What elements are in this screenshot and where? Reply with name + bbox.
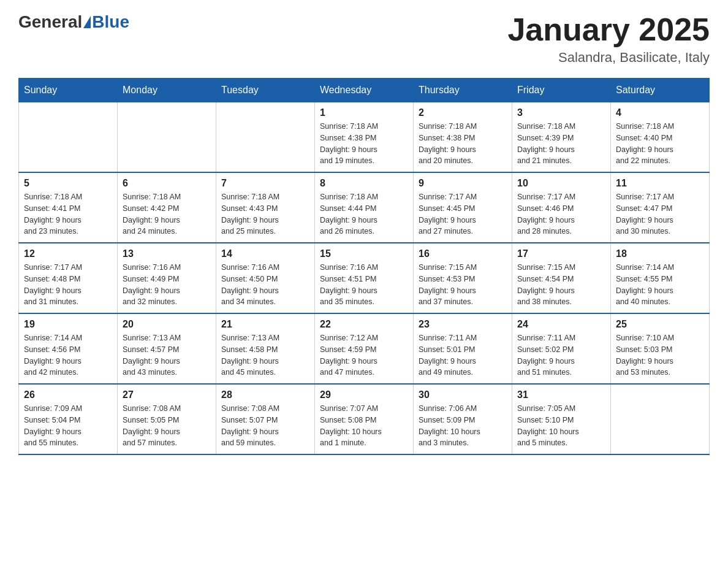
day-info: Sunrise: 7:17 AM Sunset: 4:45 PM Dayligh… xyxy=(419,191,507,237)
day-number: 6 xyxy=(123,178,211,189)
day-info: Sunrise: 7:14 AM Sunset: 4:56 PM Dayligh… xyxy=(24,332,112,378)
calendar-cell xyxy=(118,102,216,173)
day-info: Sunrise: 7:10 AM Sunset: 5:03 PM Dayligh… xyxy=(616,332,704,378)
day-number: 20 xyxy=(123,319,211,330)
day-info: Sunrise: 7:09 AM Sunset: 5:04 PM Dayligh… xyxy=(24,403,112,449)
day-info: Sunrise: 7:13 AM Sunset: 4:57 PM Dayligh… xyxy=(123,332,211,378)
col-saturday: Saturday xyxy=(611,79,710,102)
calendar-cell: 26Sunrise: 7:09 AM Sunset: 5:04 PM Dayli… xyxy=(19,384,118,454)
month-title: January 2025 xyxy=(507,12,710,47)
calendar-cell: 22Sunrise: 7:12 AM Sunset: 4:59 PM Dayli… xyxy=(315,313,414,384)
day-number: 1 xyxy=(320,107,408,118)
col-sunday: Sunday xyxy=(19,79,118,102)
day-number: 17 xyxy=(517,248,605,259)
col-tuesday: Tuesday xyxy=(216,79,315,102)
calendar-cell: 16Sunrise: 7:15 AM Sunset: 4:53 PM Dayli… xyxy=(414,243,512,313)
day-info: Sunrise: 7:07 AM Sunset: 5:08 PM Dayligh… xyxy=(320,403,408,449)
day-info: Sunrise: 7:11 AM Sunset: 5:01 PM Dayligh… xyxy=(419,332,507,378)
day-number: 5 xyxy=(24,178,112,189)
day-info: Sunrise: 7:18 AM Sunset: 4:41 PM Dayligh… xyxy=(24,191,112,237)
calendar-cell: 12Sunrise: 7:17 AM Sunset: 4:48 PM Dayli… xyxy=(19,243,118,313)
day-number: 13 xyxy=(123,248,211,259)
calendar-cell: 24Sunrise: 7:11 AM Sunset: 5:02 PM Dayli… xyxy=(512,313,611,384)
day-info: Sunrise: 7:16 AM Sunset: 4:50 PM Dayligh… xyxy=(221,262,309,308)
calendar-week-row: 12Sunrise: 7:17 AM Sunset: 4:48 PM Dayli… xyxy=(19,243,710,313)
calendar-cell: 5Sunrise: 7:18 AM Sunset: 4:41 PM Daylig… xyxy=(19,172,118,243)
calendar-cell: 18Sunrise: 7:14 AM Sunset: 4:55 PM Dayli… xyxy=(611,243,710,313)
title-section: January 2025 Salandra, Basilicate, Italy xyxy=(507,12,710,66)
col-thursday: Thursday xyxy=(414,79,512,102)
col-wednesday: Wednesday xyxy=(315,79,414,102)
day-number: 15 xyxy=(320,248,408,259)
calendar-cell: 29Sunrise: 7:07 AM Sunset: 5:08 PM Dayli… xyxy=(315,384,414,454)
calendar-cell xyxy=(19,102,118,173)
day-info: Sunrise: 7:18 AM Sunset: 4:44 PM Dayligh… xyxy=(320,191,408,237)
calendar-cell: 14Sunrise: 7:16 AM Sunset: 4:50 PM Dayli… xyxy=(216,243,315,313)
day-info: Sunrise: 7:18 AM Sunset: 4:39 PM Dayligh… xyxy=(517,121,605,167)
page-header: General Blue January 2025 Salandra, Basi… xyxy=(18,12,710,66)
day-number: 31 xyxy=(517,389,605,400)
day-number: 18 xyxy=(616,248,704,259)
calendar-cell: 11Sunrise: 7:17 AM Sunset: 4:47 PM Dayli… xyxy=(611,172,710,243)
calendar-cell: 2Sunrise: 7:18 AM Sunset: 4:38 PM Daylig… xyxy=(414,102,512,173)
calendar-week-row: 26Sunrise: 7:09 AM Sunset: 5:04 PM Dayli… xyxy=(19,384,710,454)
day-info: Sunrise: 7:18 AM Sunset: 4:43 PM Dayligh… xyxy=(221,191,309,237)
location-subtitle: Salandra, Basilicate, Italy xyxy=(507,50,710,66)
day-info: Sunrise: 7:08 AM Sunset: 5:07 PM Dayligh… xyxy=(221,403,309,449)
calendar-cell: 8Sunrise: 7:18 AM Sunset: 4:44 PM Daylig… xyxy=(315,172,414,243)
calendar-cell: 9Sunrise: 7:17 AM Sunset: 4:45 PM Daylig… xyxy=(414,172,512,243)
day-info: Sunrise: 7:16 AM Sunset: 4:51 PM Dayligh… xyxy=(320,262,408,308)
day-info: Sunrise: 7:18 AM Sunset: 4:42 PM Dayligh… xyxy=(123,191,211,237)
day-number: 12 xyxy=(24,248,112,259)
calendar-cell: 25Sunrise: 7:10 AM Sunset: 5:03 PM Dayli… xyxy=(611,313,710,384)
day-info: Sunrise: 7:18 AM Sunset: 4:40 PM Dayligh… xyxy=(616,121,704,167)
calendar-cell: 19Sunrise: 7:14 AM Sunset: 4:56 PM Dayli… xyxy=(19,313,118,384)
day-info: Sunrise: 7:12 AM Sunset: 4:59 PM Dayligh… xyxy=(320,332,408,378)
day-number: 25 xyxy=(616,319,704,330)
logo-triangle-icon xyxy=(83,16,91,28)
day-info: Sunrise: 7:17 AM Sunset: 4:48 PM Dayligh… xyxy=(24,262,112,308)
day-number: 29 xyxy=(320,389,408,400)
day-info: Sunrise: 7:14 AM Sunset: 4:55 PM Dayligh… xyxy=(616,262,704,308)
day-info: Sunrise: 7:16 AM Sunset: 4:49 PM Dayligh… xyxy=(123,262,211,308)
calendar-cell: 6Sunrise: 7:18 AM Sunset: 4:42 PM Daylig… xyxy=(118,172,216,243)
day-number: 24 xyxy=(517,319,605,330)
day-number: 10 xyxy=(517,178,605,189)
calendar-cell: 13Sunrise: 7:16 AM Sunset: 4:49 PM Dayli… xyxy=(118,243,216,313)
calendar-cell: 3Sunrise: 7:18 AM Sunset: 4:39 PM Daylig… xyxy=(512,102,611,173)
day-number: 11 xyxy=(616,178,704,189)
calendar-cell: 4Sunrise: 7:18 AM Sunset: 4:40 PM Daylig… xyxy=(611,102,710,173)
logo-blue-text: Blue xyxy=(92,12,129,32)
day-info: Sunrise: 7:11 AM Sunset: 5:02 PM Dayligh… xyxy=(517,332,605,378)
logo: General Blue xyxy=(18,12,129,32)
calendar-week-row: 19Sunrise: 7:14 AM Sunset: 4:56 PM Dayli… xyxy=(19,313,710,384)
calendar-cell: 1Sunrise: 7:18 AM Sunset: 4:38 PM Daylig… xyxy=(315,102,414,173)
calendar-cell: 20Sunrise: 7:13 AM Sunset: 4:57 PM Dayli… xyxy=(118,313,216,384)
day-number: 14 xyxy=(221,248,309,259)
calendar-body: 1Sunrise: 7:18 AM Sunset: 4:38 PM Daylig… xyxy=(19,102,710,455)
calendar-header-row: Sunday Monday Tuesday Wednesday Thursday… xyxy=(19,79,710,102)
calendar-header: Sunday Monday Tuesday Wednesday Thursday… xyxy=(19,79,710,102)
day-number: 21 xyxy=(221,319,309,330)
day-number: 2 xyxy=(419,107,507,118)
day-number: 30 xyxy=(419,389,507,400)
col-friday: Friday xyxy=(512,79,611,102)
calendar-week-row: 1Sunrise: 7:18 AM Sunset: 4:38 PM Daylig… xyxy=(19,102,710,173)
calendar-cell: 21Sunrise: 7:13 AM Sunset: 4:58 PM Dayli… xyxy=(216,313,315,384)
calendar-week-row: 5Sunrise: 7:18 AM Sunset: 4:41 PM Daylig… xyxy=(19,172,710,243)
col-monday: Monday xyxy=(118,79,216,102)
day-info: Sunrise: 7:08 AM Sunset: 5:05 PM Dayligh… xyxy=(123,403,211,449)
day-number: 8 xyxy=(320,178,408,189)
day-info: Sunrise: 7:15 AM Sunset: 4:54 PM Dayligh… xyxy=(517,262,605,308)
calendar-cell: 27Sunrise: 7:08 AM Sunset: 5:05 PM Dayli… xyxy=(118,384,216,454)
day-number: 28 xyxy=(221,389,309,400)
day-number: 9 xyxy=(419,178,507,189)
calendar-cell xyxy=(216,102,315,173)
day-info: Sunrise: 7:06 AM Sunset: 5:09 PM Dayligh… xyxy=(419,403,507,449)
day-number: 23 xyxy=(419,319,507,330)
calendar-cell: 28Sunrise: 7:08 AM Sunset: 5:07 PM Dayli… xyxy=(216,384,315,454)
day-number: 19 xyxy=(24,319,112,330)
day-info: Sunrise: 7:13 AM Sunset: 4:58 PM Dayligh… xyxy=(221,332,309,378)
calendar-cell xyxy=(611,384,710,454)
day-info: Sunrise: 7:15 AM Sunset: 4:53 PM Dayligh… xyxy=(419,262,507,308)
